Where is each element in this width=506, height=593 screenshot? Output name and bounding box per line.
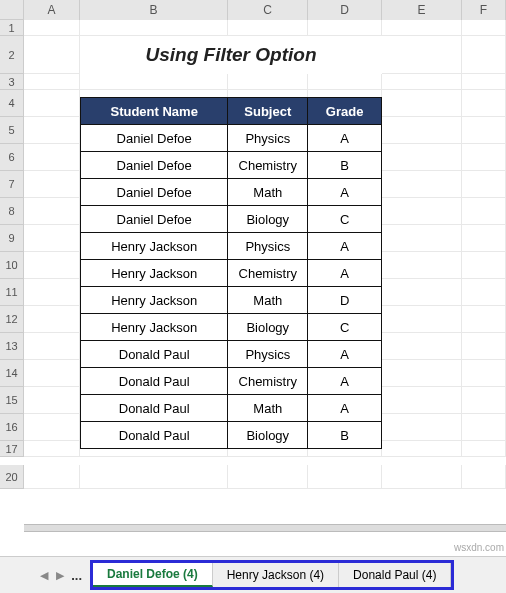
- cell[interactable]: [308, 20, 382, 36]
- row-header-15[interactable]: 15: [0, 387, 24, 414]
- cell[interactable]: [382, 333, 462, 360]
- cell[interactable]: [382, 414, 462, 441]
- cell[interactable]: [462, 387, 506, 414]
- cell[interactable]: [462, 198, 506, 225]
- row-header-4[interactable]: 4: [0, 90, 24, 117]
- table-cell[interactable]: B: [308, 152, 382, 179]
- collapsed-rows-gap[interactable]: [24, 524, 506, 532]
- table-cell[interactable]: Chemistry: [228, 152, 308, 179]
- table-cell[interactable]: Donald Paul: [81, 422, 228, 449]
- cell[interactable]: [24, 252, 80, 279]
- column-header-B[interactable]: B: [80, 0, 228, 20]
- table-cell[interactable]: C: [308, 206, 382, 233]
- table-cell[interactable]: Henry Jackson: [81, 233, 228, 260]
- cell[interactable]: [308, 36, 382, 74]
- cell[interactable]: [382, 74, 462, 90]
- cell[interactable]: [382, 171, 462, 198]
- cell[interactable]: [382, 387, 462, 414]
- table-cell[interactable]: D: [308, 287, 382, 314]
- cell[interactable]: [462, 252, 506, 279]
- cell[interactable]: [80, 20, 228, 36]
- cell[interactable]: [462, 441, 506, 457]
- cell[interactable]: [382, 465, 462, 489]
- cell[interactable]: [382, 360, 462, 387]
- cell[interactable]: [228, 36, 308, 74]
- cell[interactable]: [228, 74, 308, 90]
- cell[interactable]: [308, 74, 382, 90]
- row-header-7[interactable]: 7: [0, 171, 24, 198]
- row-header-10[interactable]: 10: [0, 252, 24, 279]
- cell[interactable]: [24, 387, 80, 414]
- column-header-E[interactable]: E: [382, 0, 462, 20]
- row-header-3[interactable]: 3: [0, 74, 24, 90]
- cell[interactable]: [228, 465, 308, 489]
- cell[interactable]: [382, 117, 462, 144]
- column-header-C[interactable]: C: [228, 0, 308, 20]
- row-header-5[interactable]: 5: [0, 117, 24, 144]
- table-cell[interactable]: Math: [228, 287, 308, 314]
- cell[interactable]: [462, 36, 506, 74]
- cell[interactable]: [462, 279, 506, 306]
- cell[interactable]: [24, 90, 80, 117]
- table-cell[interactable]: C: [308, 314, 382, 341]
- table-cell[interactable]: Biology: [228, 206, 308, 233]
- cell[interactable]: [80, 74, 228, 90]
- header-student-name[interactable]: Student Name: [81, 98, 228, 125]
- row-header-17[interactable]: 17: [0, 441, 24, 457]
- table-cell[interactable]: Daniel Defoe: [81, 179, 228, 206]
- table-cell[interactable]: Math: [228, 179, 308, 206]
- table-cell[interactable]: Henry Jackson: [81, 287, 228, 314]
- table-cell[interactable]: Daniel Defoe: [81, 206, 228, 233]
- tab-overflow-ellipsis[interactable]: ...: [71, 568, 82, 583]
- cell[interactable]: [228, 20, 308, 36]
- cell[interactable]: [24, 441, 80, 457]
- row-header-8[interactable]: 8: [0, 198, 24, 225]
- row-header-12[interactable]: 12: [0, 306, 24, 333]
- table-cell[interactable]: B: [308, 422, 382, 449]
- table-cell[interactable]: Daniel Defoe: [81, 152, 228, 179]
- table-cell[interactable]: Chemistry: [228, 368, 308, 395]
- cell[interactable]: [462, 333, 506, 360]
- cell[interactable]: [462, 306, 506, 333]
- row-header-11[interactable]: 11: [0, 279, 24, 306]
- cell[interactable]: [382, 441, 462, 457]
- cell[interactable]: [24, 198, 80, 225]
- table-cell[interactable]: A: [308, 260, 382, 287]
- cell[interactable]: [24, 20, 80, 36]
- table-cell[interactable]: A: [308, 233, 382, 260]
- cell[interactable]: [24, 74, 80, 90]
- cell[interactable]: [24, 225, 80, 252]
- sheet-tab[interactable]: Henry Jackson (4): [213, 563, 339, 587]
- cell[interactable]: [24, 144, 80, 171]
- cell[interactable]: [462, 360, 506, 387]
- cell[interactable]: [382, 144, 462, 171]
- table-cell[interactable]: A: [308, 395, 382, 422]
- table-cell[interactable]: Chemistry: [228, 260, 308, 287]
- table-cell[interactable]: Henry Jackson: [81, 314, 228, 341]
- row-header-9[interactable]: 9: [0, 225, 24, 252]
- cell[interactable]: [24, 117, 80, 144]
- table-cell[interactable]: Donald Paul: [81, 395, 228, 422]
- cell[interactable]: [382, 225, 462, 252]
- column-header-D[interactable]: D: [308, 0, 382, 20]
- table-cell[interactable]: A: [308, 125, 382, 152]
- table-cell[interactable]: Physics: [228, 125, 308, 152]
- cell[interactable]: [462, 117, 506, 144]
- table-cell[interactable]: Math: [228, 395, 308, 422]
- cell[interactable]: [24, 171, 80, 198]
- cell[interactable]: [24, 360, 80, 387]
- cell[interactable]: [80, 36, 228, 74]
- row-header-2[interactable]: 2: [0, 36, 24, 74]
- cell[interactable]: [24, 306, 80, 333]
- sheet-tab[interactable]: Daniel Defoe (4): [93, 563, 213, 587]
- row-header-20[interactable]: 20: [0, 465, 24, 489]
- row-header-14[interactable]: 14: [0, 360, 24, 387]
- sheet-tab[interactable]: Donald Paul (4): [339, 563, 451, 587]
- row-header-1[interactable]: 1: [0, 20, 24, 36]
- table-cell[interactable]: Biology: [228, 422, 308, 449]
- cell[interactable]: [382, 279, 462, 306]
- table-cell[interactable]: A: [308, 179, 382, 206]
- cell[interactable]: [382, 198, 462, 225]
- table-cell[interactable]: Donald Paul: [81, 368, 228, 395]
- table-cell[interactable]: Physics: [228, 341, 308, 368]
